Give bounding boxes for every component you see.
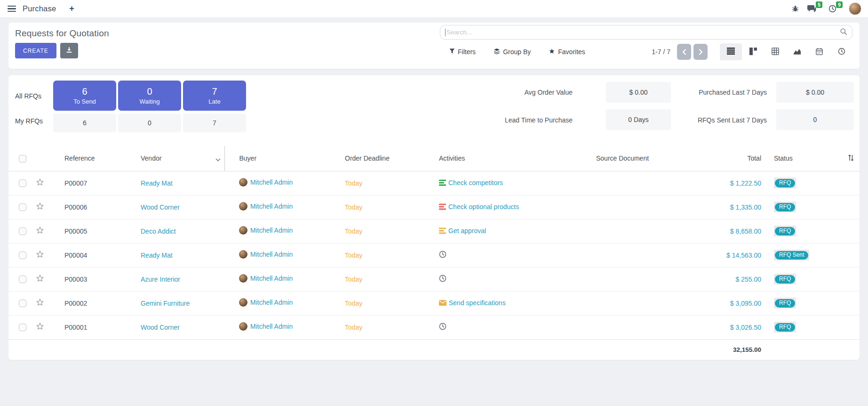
calendar-view-icon [816,48,823,57]
chevron-down-icon[interactable] [215,155,221,163]
order-deadline-column-header[interactable]: Order Deadline [330,146,427,171]
buyer-name[interactable]: Mitchell Admin [250,299,293,306]
buyer-name[interactable]: Mitchell Admin [250,323,293,330]
vendor-column-header[interactable]: Vendor [126,146,224,171]
to-send-button[interactable]: 6 To Send [53,81,116,111]
waiting-button[interactable]: 0 Waiting [118,81,181,111]
search-icon[interactable] [840,28,847,37]
activity-clock-icon[interactable] [439,323,446,330]
activity-clock-icon[interactable] [439,275,446,282]
star-icon[interactable] [36,276,44,284]
my-waiting-value[interactable]: 0 [118,114,181,132]
row-checkbox[interactable] [19,179,26,187]
messages-icon[interactable]: 5 [807,5,816,13]
vendor-link[interactable]: Gemini Furniture [141,300,190,307]
my-to-send-value[interactable]: 6 [53,114,116,132]
source-document-column-header[interactable]: Source Document [582,146,718,171]
activity-list-icon[interactable] [439,227,446,234]
activity-clock-nav-icon[interactable]: 9 [828,5,836,13]
star-icon[interactable] [36,180,44,188]
row-checkbox[interactable] [19,203,26,211]
favorites-button[interactable]: Favorites [549,48,585,56]
late-button[interactable]: 7 Late [183,81,246,111]
pager-next-button[interactable] [693,44,708,60]
apps-menu-icon[interactable] [8,6,16,12]
table-row[interactable]: P00005 Deco Addict Mitchell Admin Today … [8,219,860,243]
buyer-name[interactable]: Mitchell Admin [250,179,293,186]
order-deadline: Today [345,227,362,235]
search-input[interactable] [446,29,840,36]
optional-columns-button[interactable] [842,146,860,171]
activity-envelope-icon[interactable] [439,300,446,306]
row-checkbox[interactable] [19,227,26,235]
vendor-link[interactable]: Wood Corner [141,203,180,211]
activity-label[interactable]: Send specifications [449,299,506,307]
filters-button[interactable]: Filters [449,48,476,56]
table-row[interactable]: P00003 Azure Interior Mitchell Admin Tod… [8,267,860,291]
buyer-name[interactable]: Mitchell Admin [250,251,293,258]
vendor-link[interactable]: Ready Mat [141,179,173,187]
pager-previous-button[interactable] [677,44,691,60]
activities-column-header[interactable]: Activities [427,146,582,171]
row-checkbox[interactable] [19,252,26,259]
status-column-header[interactable]: Status [762,146,842,171]
activity-clock-icon[interactable] [439,251,446,258]
group-by-button[interactable]: Group By [494,48,531,56]
total-amount: $ 3,026.50 [730,324,761,331]
row-checkbox[interactable] [19,300,26,307]
table-row[interactable]: P00004 Ready Mat Mitchell Admin Today $ … [8,243,860,267]
vendor-link[interactable]: Azure Interior [141,276,180,283]
reference-link[interactable]: P00003 [64,276,87,283]
app-name[interactable]: Purchase [23,4,56,13]
table-row[interactable]: P00001 Wood Corner Mitchell Admin Today … [8,315,860,339]
vendor-link[interactable]: Ready Mat [141,252,173,259]
activity-label[interactable]: Get approval [448,227,486,235]
total-amount: $ 3,095.00 [730,300,761,307]
activity-list-icon[interactable] [439,179,446,186]
reference-link[interactable]: P00005 [64,227,87,235]
star-icon[interactable] [36,228,44,236]
activity-label[interactable]: Check optional products [448,203,519,211]
user-avatar[interactable] [849,2,861,15]
buyer-avatar [239,322,247,331]
calendar-view-button[interactable] [808,43,830,60]
debug-bug-icon[interactable] [792,5,799,12]
reference-link[interactable]: P00007 [64,179,87,187]
reference-link[interactable]: P00006 [64,203,87,211]
search-bar[interactable] [440,25,852,40]
buyer-name[interactable]: Mitchell Admin [250,203,293,210]
table-row[interactable]: P00002 Gemini Furniture Mitchell Admin T… [8,291,860,315]
list-view-button[interactable] [720,43,742,60]
select-all-checkbox[interactable] [19,155,26,162]
total-column-header[interactable]: Total [718,146,762,171]
create-button[interactable]: CREATE [15,43,56,58]
graph-view-button[interactable] [786,43,808,60]
reference-link[interactable]: P00001 [64,324,87,331]
table-row[interactable]: P00006 Wood Corner Mitchell Admin Today … [8,195,860,219]
table-row[interactable]: P00007 Ready Mat Mitchell Admin Today Ch… [8,171,860,195]
pivot-view-button[interactable] [764,43,786,60]
app-window: Purchase + 5 9 Requests for Quotation [0,0,868,360]
vendor-link[interactable]: Wood Corner [141,324,180,331]
my-late-value[interactable]: 7 [183,114,246,132]
reference-column-header[interactable]: Reference [50,146,126,171]
reference-link[interactable]: P00002 [64,300,87,307]
export-button[interactable] [60,43,78,58]
reference-link[interactable]: P00004 [64,252,87,259]
star-icon[interactable] [36,204,44,212]
buyer-name[interactable]: Mitchell Admin [250,227,293,234]
activity-list-icon[interactable] [439,203,446,210]
buyer-avatar [239,274,247,283]
new-tab-button[interactable]: + [69,4,74,14]
star-icon[interactable] [36,325,44,332]
buyer-name[interactable]: Mitchell Admin [250,275,293,282]
vendor-link[interactable]: Deco Addict [141,227,176,235]
kanban-view-button[interactable] [742,43,764,60]
row-checkbox[interactable] [19,324,26,331]
buyer-column-header[interactable]: Buyer [224,146,330,171]
activity-view-button[interactable] [830,43,852,60]
star-icon[interactable] [36,252,44,260]
row-checkbox[interactable] [19,276,26,283]
star-icon[interactable] [36,300,44,308]
activity-label[interactable]: Check competitors [448,179,503,187]
